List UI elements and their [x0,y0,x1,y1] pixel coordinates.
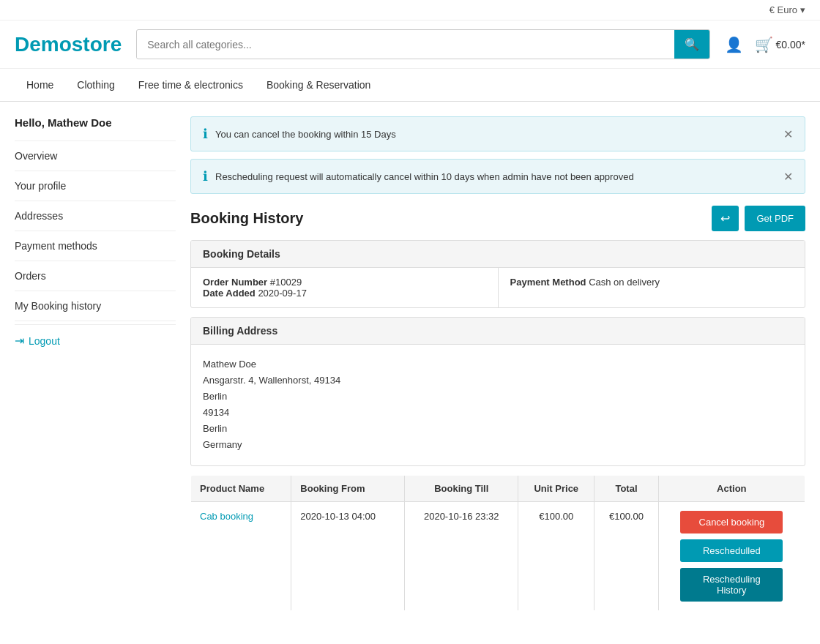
nav-item-booking-reservation[interactable]: Booking & Reservation [255,69,382,101]
top-bar: € Euro ▾ [0,0,820,20]
alert-info-icon: ℹ [203,126,208,142]
booking-details-header: Booking Details [191,241,805,268]
order-number-value-text: #10029 [270,277,302,288]
sidebar-item-your-profile[interactable]: Your profile [15,171,176,201]
billing-country: Germany [203,437,793,453]
alert-cancel-close[interactable]: ✕ [783,127,793,141]
billing-address-body: Mathew Doe Ansgarstr. 4, Wallenhorst, 49… [191,345,805,465]
get-pdf-button[interactable]: Get PDF [745,206,805,231]
search-bar: 🔍 [136,29,709,59]
booking-details-box: Booking Details Order Number #10029 Date… [190,240,805,308]
unit-price-cell: €100.00 [518,501,594,610]
payment-method-label: Payment Method [510,277,586,288]
product-name-cell: Cab booking [191,501,291,610]
logout-button[interactable]: ⇥ Logout [15,324,176,356]
sidebar-item-payment-methods[interactable]: Payment methods [15,231,176,261]
currency-label: € Euro [769,4,797,15]
booking-till-cell: 2020-10-16 23:32 [405,501,518,610]
booking-details-row: Order Number #10029 Date Added 2020-09-1… [191,268,805,307]
billing-address-header: Billing Address [191,318,805,345]
reschedulled-button[interactable]: Reschedulled [680,539,783,562]
booking-actions: ↩ Get PDF [712,206,805,231]
sidebar-item-orders[interactable]: Orders [15,261,176,291]
alert-cancel-booking: ℹ You can cancel the booking within 15 D… [190,116,805,151]
header: Demostore 🔍 👤 🛒 €0.00* [0,20,820,69]
sidebar-item-overview[interactable]: Overview [15,141,176,171]
alert-reschedule-icon: ℹ [203,168,208,184]
sidebar-greeting: Hello, Mathew Doe [15,116,176,129]
page-layout: Hello, Mathew Doe Overview Your profile … [0,102,820,626]
cab-booking-link[interactable]: Cab booking [200,511,253,522]
back-button[interactable]: ↩ [712,206,739,231]
billing-address-box: Billing Address Mathew Doe Ansgarstr. 4,… [190,317,805,466]
billing-city2: Berlin [203,421,793,437]
logout-label: Logout [29,335,60,347]
main-content: ℹ You can cancel the booking within 15 D… [190,116,805,611]
col-action: Action [658,475,805,501]
logo[interactable]: Demostore [15,33,122,56]
action-col: Cancel booking Reschedulled Rescheduling… [668,511,796,602]
user-icon[interactable]: 👤 [725,36,743,53]
nav-item-home[interactable]: Home [15,69,65,101]
booking-history-title: Booking History [190,210,303,227]
cart-icon[interactable]: 🛒 €0.00* [755,36,805,53]
sidebar-item-my-booking-history[interactable]: My Booking history [15,291,176,321]
sidebar-menu: Overview Your profile Addresses Payment … [15,141,176,321]
search-button[interactable]: 🔍 [674,30,709,59]
logo-part2: store [72,33,122,56]
alert-reschedule-text: Rescheduling request will automatically … [215,171,634,182]
col-unit-price: Unit Price [518,475,594,501]
main-nav: Home Clothing Free time & electronics Bo… [0,69,820,102]
col-product-name: Product Name [191,475,291,501]
billing-city: Berlin [203,389,793,405]
search-input[interactable] [137,31,674,58]
rescheduling-history-button[interactable]: Rescheduling History [680,568,783,602]
currency-arrow-icon: ▾ [800,4,805,15]
payment-method-cell: Payment Method Cash on delivery [498,268,805,307]
header-icons: 👤 🛒 €0.00* [725,36,805,53]
booking-header: Booking History ↩ Get PDF [190,206,805,231]
sidebar: Hello, Mathew Doe Overview Your profile … [15,116,176,356]
logo-part1: Demo [15,33,72,56]
bookings-table: Product Name Booking From Booking Till U… [190,475,805,611]
table-header-row: Product Name Booking From Booking Till U… [191,475,805,501]
alert-cancel-text: You can cancel the booking within 15 Day… [215,129,396,140]
col-total: Total [594,475,658,501]
logout-icon: ⇥ [15,334,24,348]
alert-cancel-content: ℹ You can cancel the booking within 15 D… [203,126,396,142]
action-cell: Cancel booking Reschedulled Rescheduling… [658,501,805,610]
alert-reschedule-content: ℹ Rescheduling request will automaticall… [203,168,634,184]
cancel-booking-button[interactable]: Cancel booking [680,511,783,533]
date-added-label: Date Added [203,288,256,299]
order-info-cell: Order Number #10029 Date Added 2020-09-1… [191,268,498,307]
billing-name: Mathew Doe [203,356,793,372]
billing-street: Ansgarstr. 4, Wallenhorst, 49134 [203,372,793,389]
payment-method-value-text: Cash on delivery [589,277,660,288]
total-cell: €100.00 [594,501,658,610]
col-booking-from: Booking From [291,475,405,501]
col-booking-till: Booking Till [405,475,518,501]
booking-from-cell: 2020-10-13 04:00 [291,501,405,610]
cart-label: €0.00* [776,39,805,50]
sidebar-item-addresses[interactable]: Addresses [15,201,176,231]
nav-item-free-time[interactable]: Free time & electronics [127,69,255,101]
table-row: Cab booking 2020-10-13 04:00 2020-10-16 … [191,501,805,610]
alert-reschedule: ℹ Rescheduling request will automaticall… [190,159,805,194]
order-number-label: Order Number [203,277,267,288]
currency-selector[interactable]: € Euro ▾ [769,4,805,15]
alert-reschedule-close[interactable]: ✕ [783,170,793,184]
billing-postal: 49134 [203,405,793,421]
nav-item-clothing[interactable]: Clothing [65,69,126,101]
date-added-value-text: 2020-09-17 [258,288,307,299]
